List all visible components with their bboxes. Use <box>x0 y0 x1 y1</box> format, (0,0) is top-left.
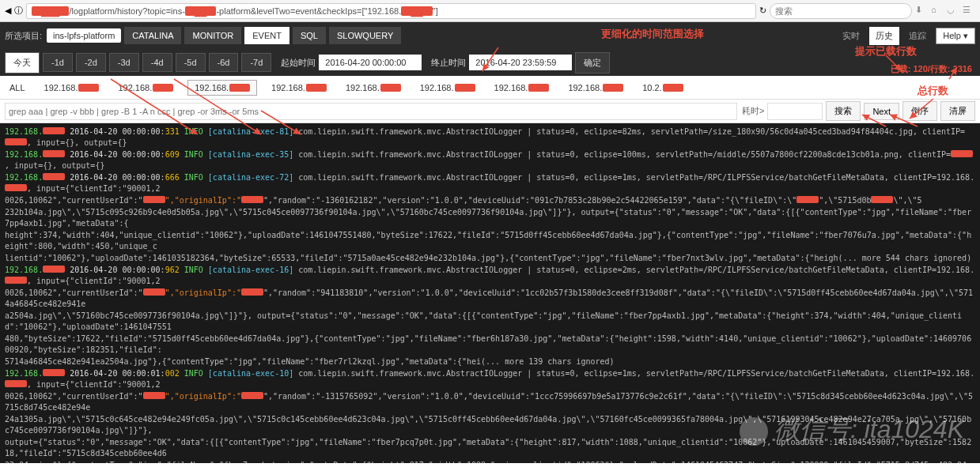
date-btn-3d[interactable]: -3d <box>109 53 139 72</box>
tab-catalina[interactable]: CATALINA <box>124 27 181 44</box>
ip-item[interactable]: 192.168. <box>490 81 554 95</box>
date-btn-7d[interactable]: -7d <box>241 53 271 72</box>
browser-url-bar: ◀ ⓘ ███/logplatform/history?topic=ins-██… <box>0 0 980 22</box>
log-output[interactable]: 192.168. 2016-04-20 00:00:00:331 INFO [c… <box>0 123 980 463</box>
menu-icon[interactable]: ☰ <box>963 5 975 17</box>
ip-item[interactable]: 192.168. <box>341 81 406 95</box>
rtab-realtime[interactable]: 实时 <box>836 27 866 45</box>
filter-bar: 耗时> 搜索 Next 倒序 清屏 <box>0 100 980 123</box>
end-time-label: 终止时间 <box>431 57 466 69</box>
tab-event[interactable]: EVENT <box>244 27 289 44</box>
tab-sql[interactable]: SQL <box>293 27 326 44</box>
nav-back-icon[interactable]: ◀ <box>5 6 11 16</box>
next-button[interactable]: Next <box>864 103 899 120</box>
project-label: 所选项目: <box>5 30 42 42</box>
date-btn-1d[interactable]: -1d <box>43 53 73 72</box>
project-value[interactable]: ins-lpfs-platform <box>47 28 121 43</box>
download-icon[interactable]: ⬇ <box>915 5 928 17</box>
ip-item[interactable]: 192.168. <box>267 81 331 95</box>
start-time-input[interactable] <box>319 55 422 70</box>
url-input[interactable]: ███/logplatform/history?topic=ins-██-pla… <box>26 3 756 19</box>
grep-input[interactable] <box>5 103 737 120</box>
timecost-input[interactable] <box>767 103 823 120</box>
info-icon[interactable]: ⓘ <box>14 5 23 17</box>
reverse-button[interactable]: 倒序 <box>902 101 937 121</box>
ip-item[interactable]: 192.168. <box>563 81 628 95</box>
browser-search-input[interactable] <box>770 3 912 19</box>
end-time-input[interactable] <box>469 55 572 70</box>
tab-monitor[interactable]: MONITOR <box>184 27 241 44</box>
reload-icon[interactable]: ↻ <box>759 6 766 16</box>
rtab-history[interactable]: 历史 <box>869 27 899 45</box>
ip-item[interactable]: 192.168. <box>113 81 178 95</box>
nav-bar: 所选项目: ins-lpfs-platform CATALINA MONITOR… <box>0 22 980 49</box>
date-btn-5d[interactable]: -5d <box>176 53 206 72</box>
ip-item-active[interactable]: 192.168. <box>187 80 257 96</box>
pocket-icon[interactable]: ◡ <box>947 5 959 17</box>
date-bar: 今天 -1d -2d -3d -4d -5d -6d -7d 起始时间 终止时间… <box>0 49 980 76</box>
tab-slowquery[interactable]: SLOWQUERY <box>329 27 401 44</box>
home-icon[interactable]: ⌂ <box>931 5 944 17</box>
timecost-label: 耗时> <box>742 105 764 117</box>
date-btn-6d[interactable]: -6d <box>209 53 239 72</box>
confirm-button[interactable]: 确定 <box>575 52 610 73</box>
date-btn-4d[interactable]: -4d <box>142 53 172 72</box>
ip-item[interactable]: 10.2. <box>638 81 687 95</box>
clear-button[interactable]: 清屏 <box>940 101 975 121</box>
date-btn-2d[interactable]: -2d <box>76 53 106 72</box>
rtab-trace[interactable]: 追踪 <box>902 27 933 45</box>
ip-item[interactable]: 192.168. <box>415 81 480 95</box>
search-button[interactable]: 搜索 <box>826 101 861 121</box>
ip-bar: ALL 192.168. 192.168. 192.168. 192.168. … <box>0 76 980 100</box>
ip-item[interactable]: 192.168. <box>40 81 104 95</box>
ip-all[interactable]: ALL <box>5 81 30 95</box>
start-time-label: 起始时间 <box>281 57 316 69</box>
date-btn-today[interactable]: 今天 <box>5 52 40 73</box>
help-button[interactable]: Help ▾ <box>936 28 975 44</box>
